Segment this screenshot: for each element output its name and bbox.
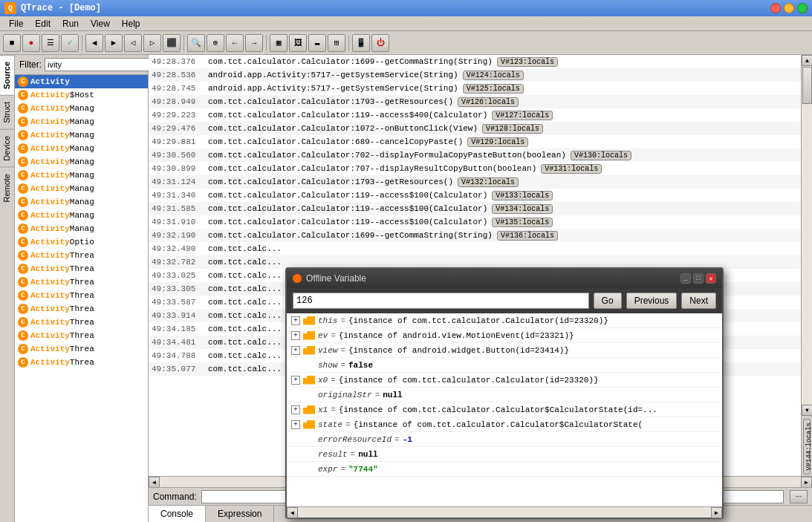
console-tab[interactable]: Console xyxy=(149,506,206,522)
sidebar-tab-remote[interactable]: Remote xyxy=(0,167,14,209)
log-hscroll-left[interactable]: ◀ xyxy=(149,477,160,488)
log-line[interactable]: 49:28.536android.app.Activity:5717--getS… xyxy=(149,68,801,82)
list-item[interactable]: CActivityManag xyxy=(15,222,148,235)
toolbar-stop2-btn[interactable]: ⬛ xyxy=(163,34,181,52)
dialog-go-btn[interactable]: Go xyxy=(594,293,622,309)
list-item[interactable]: CActivityManag xyxy=(15,115,148,128)
log-badge[interactable]: V#131:locals xyxy=(541,164,602,174)
log-line[interactable]: 49:28.745android.app.Activity:5717--getS… xyxy=(149,82,801,95)
log-line[interactable]: 49:32.480com.tct.calc... xyxy=(149,242,801,255)
log-vscroll-down[interactable]: ▼ xyxy=(802,405,812,416)
dialog-hscroll-left[interactable]: ◀ xyxy=(287,507,298,518)
log-badge[interactable]: V#127:locals xyxy=(492,111,553,120)
log-hscroll-right[interactable]: ▶ xyxy=(801,477,812,488)
menu-edit[interactable]: Edit xyxy=(29,17,56,30)
var-expand-icon[interactable]: + xyxy=(291,346,300,355)
log-badge[interactable]: V#134:locals xyxy=(492,204,553,214)
list-item[interactable]: CActivityThrea xyxy=(15,249,148,262)
list-item[interactable]: CActivityThrea xyxy=(15,329,148,342)
list-item[interactable]: CActivityManag xyxy=(15,102,148,115)
list-item[interactable]: CActivityThrea xyxy=(15,289,148,302)
log-badge[interactable]: V#128:locals xyxy=(482,124,543,134)
toolbar-left-btn[interactable]: ← xyxy=(226,34,244,52)
list-item[interactable]: CActivityThrea xyxy=(15,302,148,316)
minimize-button[interactable] xyxy=(784,3,794,13)
toolbar-power-btn[interactable]: ⏻ xyxy=(371,34,389,52)
variable-line[interactable]: +ev = {instance of android.view.MotionEv… xyxy=(287,328,722,343)
variable-line[interactable]: errorResourceId = -1 xyxy=(287,432,722,447)
list-item[interactable]: CActivityManag xyxy=(15,155,148,169)
list-item[interactable]: CActivityManag xyxy=(15,142,148,155)
toolbar-bar-btn[interactable]: ▬ xyxy=(308,34,326,52)
maximize-button[interactable] xyxy=(797,3,808,13)
variable-line[interactable]: +this = {instance of com.tct.calculator.… xyxy=(287,313,722,328)
dialog-previous-btn[interactable]: Previous xyxy=(626,293,678,309)
log-badge[interactable]: V#135:locals xyxy=(492,218,553,227)
log-line[interactable]: 49:32.190com.tct.calculator.Calculator:1… xyxy=(149,229,801,242)
variable-line[interactable]: originalStr = null xyxy=(287,388,722,402)
toolbar-right-btn[interactable]: → xyxy=(245,34,263,52)
list-item[interactable]: CActivityThrea xyxy=(15,356,148,369)
toolbar-search2-btn[interactable]: ⊕ xyxy=(207,34,224,52)
log-line[interactable]: 49:29.881com.tct.calculator.Calculator:6… xyxy=(149,135,801,149)
log-line[interactable]: 49:31.340com.tct.calculator.Calculator:1… xyxy=(149,189,801,202)
dialog-close-btn[interactable]: ✕ xyxy=(706,273,716,284)
log-badge[interactable]: V#136:locals xyxy=(497,231,558,241)
toolbar-back-btn[interactable]: ◀ xyxy=(85,34,103,52)
list-item[interactable]: CActivityThrea xyxy=(15,262,148,275)
toolbar-img-btn[interactable]: 🖼 xyxy=(289,34,307,52)
toolbar-grid-btn[interactable]: ⊞ xyxy=(328,34,345,52)
menu-view[interactable]: View xyxy=(85,17,116,30)
log-line[interactable]: 49:31.910com.tct.calculator.Calculator:1… xyxy=(149,215,801,229)
log-badge[interactable]: V#129:locals xyxy=(467,137,528,147)
list-item[interactable]: CActivityManag xyxy=(15,182,148,195)
toolbar-back2-btn[interactable]: ◁ xyxy=(124,34,142,52)
menu-help[interactable]: Help xyxy=(116,17,146,30)
var-expand-icon[interactable]: + xyxy=(291,316,300,325)
list-item[interactable]: CActivityThrea xyxy=(15,342,148,356)
dialog-maximize-btn[interactable]: □ xyxy=(693,273,704,284)
log-badge[interactable]: V#133:locals xyxy=(492,191,553,200)
dialog-hscroll-right[interactable]: ▶ xyxy=(711,507,722,518)
log-line[interactable]: 49:29.476com.tct.calculator.Calculator:1… xyxy=(149,122,801,135)
log-badge[interactable]: V#124:locals xyxy=(463,71,524,80)
variable-line[interactable]: +x0 = {instance of com.tct.calculator.Ca… xyxy=(287,373,722,388)
variable-line[interactable]: result = null xyxy=(287,447,722,462)
var-expand-icon[interactable]: + xyxy=(291,420,300,429)
log-badge[interactable]: V#132:locals xyxy=(458,177,519,187)
log-badge[interactable]: V#126:locals xyxy=(458,97,519,107)
dialog-next-btn[interactable]: Next xyxy=(681,293,716,309)
toolbar-check-btn[interactable]: ✓ xyxy=(61,34,79,52)
dialog-minimize-btn[interactable]: _ xyxy=(681,273,691,284)
variable-line[interactable]: +x1 = {instance of com.tct.calculator.Ca… xyxy=(287,402,722,417)
variable-line[interactable]: +state = {instance of com.tct.calculator… xyxy=(287,417,722,432)
toolbar-list-btn[interactable]: ☰ xyxy=(42,34,59,52)
more-button[interactable]: ··· xyxy=(790,490,808,503)
toolbar-search-btn[interactable]: 🔍 xyxy=(187,34,205,52)
list-item[interactable]: CActivityOptio xyxy=(15,235,148,249)
menu-file[interactable]: File xyxy=(3,17,29,30)
toolbar-record-btn[interactable]: ● xyxy=(22,34,40,52)
variable-line[interactable]: +view = {instance of android.widget.Butt… xyxy=(287,343,722,358)
var-expand-icon[interactable]: + xyxy=(291,376,300,385)
log-vscroll-thumb[interactable] xyxy=(802,67,812,104)
list-item[interactable]: CActivityManag xyxy=(15,169,148,182)
log-badge[interactable]: V#130:locals xyxy=(571,151,631,160)
sidebar-tab-source[interactable]: Source xyxy=(0,55,14,95)
log-line[interactable]: 49:31.585com.tct.calculator.Calculator:1… xyxy=(149,202,801,215)
expression-tab[interactable]: Expression xyxy=(206,506,274,522)
sidebar-tab-device[interactable]: Device xyxy=(0,129,14,167)
log-line[interactable]: 49:31.124com.tct.calculator.Calculator:1… xyxy=(149,175,801,189)
dialog-var-input[interactable] xyxy=(293,293,589,309)
log-badge[interactable]: V#123:locals xyxy=(497,57,558,67)
var-expand-icon[interactable]: + xyxy=(291,331,300,340)
toolbar-fwd-btn[interactable]: ▶ xyxy=(105,34,123,52)
log-line[interactable]: 49:30.560com.tct.calculator.Calculator:7… xyxy=(149,149,801,162)
list-item[interactable]: CActivityManag xyxy=(15,195,148,209)
log-line[interactable]: 49:30.899com.tct.calculator.Calculator:7… xyxy=(149,162,801,175)
sidebar-tab-struct[interactable]: Struct xyxy=(0,95,14,129)
list-item[interactable]: CActivity xyxy=(15,75,148,88)
var-expand-icon[interactable]: + xyxy=(291,405,300,414)
log-line[interactable]: 49:29.223com.tct.calculator.Calculator:1… xyxy=(149,108,801,122)
log-line[interactable]: 49:28.376com.tct.calculator.Calculator:1… xyxy=(149,55,801,68)
